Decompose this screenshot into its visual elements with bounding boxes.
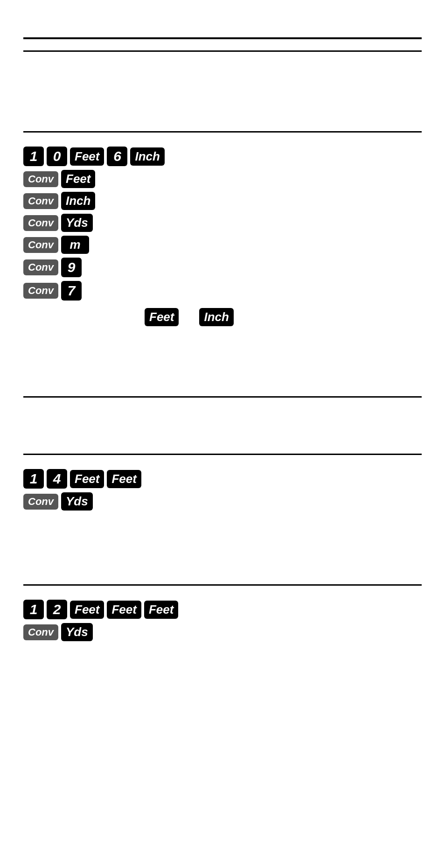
s3-digit-1[interactable]: 1 [23,600,44,619]
conv-btn-9[interactable]: Conv [23,259,58,275]
section-divider-3 [23,454,422,455]
section-2: 1 4 Feet Feet Conv Yds [23,469,422,511]
conv-row-m: Conv m [23,236,422,254]
result-m: m [61,236,89,254]
digit-2[interactable]: 0 [47,147,67,166]
result-num-7: 7 [61,281,82,301]
conv-btn-feet[interactable]: Conv [23,171,58,187]
unit-inch-1[interactable]: Inch [130,147,164,166]
conv-btn-7[interactable]: Conv [23,283,58,299]
s2-unit-feet-2[interactable]: Feet [107,470,141,488]
conversion-rows-1: Conv Feet Conv Inch Conv Yds Conv m Conv… [23,170,422,301]
section-3: 1 2 Feet Feet Feet Conv Yds [23,600,422,641]
conv-btn-inch[interactable]: Conv [23,193,58,209]
unit-feet-1[interactable]: Feet [70,147,104,166]
conv-row-inch: Conv Inch [23,192,422,210]
conv-btn-m[interactable]: Conv [23,237,58,253]
result-display-row: Feet Inch [23,308,422,326]
digit-3[interactable]: 6 [107,147,127,166]
s2-digit-2[interactable]: 4 [47,469,67,489]
result-inch: Inch [61,192,95,210]
result-yds: Yds [61,214,93,232]
s2-unit-feet-1[interactable]: Feet [70,470,104,488]
section-divider-1 [23,131,422,133]
input-row-3: 1 2 Feet Feet Feet [23,600,422,619]
s3-unit-feet-3[interactable]: Feet [144,601,178,619]
s2-digit-1[interactable]: 1 [23,469,44,489]
s3-digit-2[interactable]: 2 [47,600,67,619]
s2-conv-row-yds: Conv Yds [23,492,422,511]
s2-result-yds: Yds [61,492,93,511]
conv-row-9: Conv 9 [23,258,422,277]
result-feet-display: Feet [145,308,179,326]
top-divider-1 [23,37,422,39]
result-feet: Feet [61,170,95,188]
section-divider-4 [23,584,422,586]
conv-row-yds: Conv Yds [23,214,422,232]
s3-result-yds: Yds [61,623,93,641]
s2-conv-btn-yds[interactable]: Conv [23,494,58,510]
page-container: 1 0 Feet 6 Inch Conv Feet Conv Inch Conv… [0,0,445,868]
top-divider-2 [23,50,422,52]
s3-unit-feet-2[interactable]: Feet [107,601,141,619]
result-num-9: 9 [61,258,82,277]
result-inch-display: Inch [199,308,233,326]
s3-conv-btn-yds[interactable]: Conv [23,624,58,640]
conv-row-feet: Conv Feet [23,170,422,188]
s3-unit-feet-1[interactable]: Feet [70,601,104,619]
conv-btn-yds[interactable]: Conv [23,215,58,231]
input-row-1: 1 0 Feet 6 Inch [23,147,422,166]
s3-conv-row-yds: Conv Yds [23,623,422,641]
conv-row-7: Conv 7 [23,281,422,301]
input-row-2: 1 4 Feet Feet [23,469,422,489]
section-1: 1 0 Feet 6 Inch Conv Feet Conv Inch Conv… [23,147,422,326]
digit-1[interactable]: 1 [23,147,44,166]
section-divider-2 [23,396,422,398]
